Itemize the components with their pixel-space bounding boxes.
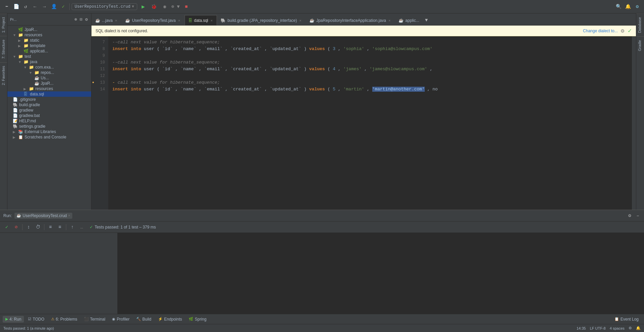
run-tool-rerun[interactable]: ✓ xyxy=(3,223,11,231)
coverage-button[interactable]: ◉ xyxy=(160,2,169,11)
tree-item-template[interactable]: ▶ 📁 template xyxy=(7,43,91,48)
tree-icon-collapse[interactable]: ⊟ xyxy=(79,16,83,23)
tree-item-datasql[interactable]: 🗄 data.sql xyxy=(7,91,91,97)
tab-applic[interactable]: ☕ applic... xyxy=(395,15,423,25)
tab-buildgradle[interactable]: 🐘 build.gradle (JPA_repository_interface… xyxy=(217,15,306,25)
code-editor[interactable]: 7 8 9 10 11 12 13 14 --call next value f… xyxy=(91,36,636,210)
tree-item-helpmd[interactable]: 📝 HELP.md xyxy=(7,118,91,124)
tree-item-scratches[interactable]: ▶ 📋 Scratches and Console xyxy=(7,134,91,140)
run-tool-expand-all[interactable]: ≡ xyxy=(46,223,54,231)
profile-button[interactable]: ⊕ ▼ xyxy=(171,2,180,11)
dialect-settings-icon[interactable]: ⚙ xyxy=(620,28,625,34)
favorites-panel-label[interactable]: 2: Favorites xyxy=(0,62,7,88)
run-config-selector[interactable]: UserRepositoryTest.crud ▼ xyxy=(72,3,137,10)
tree-item-label: template xyxy=(30,43,45,48)
tree-icon-add[interactable]: ⊕ xyxy=(74,16,78,23)
structure-panel-label[interactable]: 7: Structure xyxy=(0,36,7,62)
tree-item-ext-libs[interactable]: ▶ 📚 External Libraries xyxy=(7,129,91,134)
bottom-tab-eventlog[interactable]: 📋 Event Log xyxy=(612,316,641,323)
tree-item-gradlewbat[interactable]: 📄 gradlew.bat xyxy=(7,113,91,118)
toolbar-nav-forward[interactable]: → xyxy=(40,3,48,11)
tab-java-prev[interactable]: ☕ ...java × xyxy=(91,15,121,25)
tree-item-jpar[interactable]: ☕ JpaR... xyxy=(7,81,91,86)
profiler-tab-icon: ◉ xyxy=(112,317,115,321)
dialect-check-icon[interactable]: ✓ xyxy=(628,28,632,34)
tree-item-resources-2[interactable]: ▶ 📁 resources xyxy=(7,86,91,91)
status-bar-notif[interactable]: 🔔 xyxy=(636,326,641,330)
project-panel-label[interactable]: 1: Project xyxy=(0,13,7,36)
bottom-tab-spring[interactable]: 🌿 Spring xyxy=(186,316,209,323)
status-bar-encoding: LF UTF-8 xyxy=(590,326,606,330)
tab-datasql[interactable]: 🗄 data.sql × xyxy=(185,15,217,25)
tree-item-resources-1[interactable]: ▼ 📁 resources xyxy=(7,32,91,38)
tree-item-build-gradle[interactable]: 🐘 build.gradle xyxy=(7,102,91,108)
tab-close[interactable]: × xyxy=(299,18,302,23)
tree-icon-gear[interactable]: ⚙ xyxy=(84,16,88,23)
toolbar-nav-back[interactable]: ← xyxy=(31,3,39,11)
toolbar-git[interactable]: ✓ xyxy=(59,3,67,11)
tree-item-com[interactable]: ▼ 📁 com.exa... xyxy=(7,65,91,70)
dialect-change-link[interactable]: Change dialect to... xyxy=(583,29,618,33)
notifications-icon[interactable]: 🔔 xyxy=(624,3,632,11)
run-tool-collapse-all[interactable]: ≡ xyxy=(56,223,64,231)
tab-userrepotest[interactable]: ☕ UserRepositoryTest.java × xyxy=(121,15,185,25)
tree-item-application[interactable]: 🌿 applicati... xyxy=(7,48,91,54)
database-panel-label[interactable]: Database xyxy=(636,13,644,36)
run-tool-sort-dur[interactable]: ⏱ xyxy=(34,223,42,231)
toolbar-icon-file[interactable]: 📄 xyxy=(12,3,20,11)
tree-item-gitignore[interactable]: 📄 .gitignore xyxy=(7,97,91,102)
tree-item-repos[interactable]: ▼ 📁 repos... xyxy=(7,70,91,75)
run-tool-stop[interactable]: ⊘ xyxy=(12,223,20,231)
debug-button[interactable]: 🐞 xyxy=(149,2,159,11)
gradle-panel-label[interactable]: Gradle xyxy=(636,36,644,54)
run-tool-prev-fail[interactable]: ↑ xyxy=(68,223,76,231)
tab-close[interactable]: × xyxy=(388,18,391,23)
run-panel-minimize[interactable]: – xyxy=(635,212,641,219)
test-tree[interactable] xyxy=(0,233,118,314)
run-tab-userrepotest[interactable]: ☕ UserRepositoryTest.crud × xyxy=(14,213,72,219)
status-bar-git-icon[interactable]: ⚙ xyxy=(629,326,632,330)
indicator-dot: - xyxy=(112,80,115,85)
file-icon: 📄 xyxy=(13,97,18,102)
tab-overflow[interactable]: ▼ xyxy=(423,15,430,25)
run-button[interactable]: ▶ xyxy=(139,2,148,11)
test-output xyxy=(118,233,644,314)
tab-close[interactable]: × xyxy=(114,18,118,23)
editor-scrollbar[interactable] xyxy=(632,36,636,210)
tree-item-settings-gradle[interactable]: 🐘 settings.gradle xyxy=(7,124,91,129)
tab-close[interactable]: × xyxy=(210,18,213,23)
test-results xyxy=(0,233,644,314)
bottom-tab-todo[interactable]: ☑ TODO xyxy=(25,316,47,323)
toolbar-user[interactable]: 👤 xyxy=(50,3,58,11)
bottom-tab-build[interactable]: 🔨 Build xyxy=(134,316,154,323)
toolbar-icon-back[interactable]: ⬅ xyxy=(3,3,11,11)
toolbar-icon-refresh[interactable]: ↺ xyxy=(22,3,30,11)
run-panel-settings[interactable]: ⚙ xyxy=(627,212,632,219)
tree-item-java[interactable]: ▼ 📁 java xyxy=(7,59,91,65)
bottom-tab-label: Endpoints xyxy=(164,317,182,322)
tree-item-static[interactable]: ▶ 📁 static xyxy=(7,38,91,43)
tab-jpaapp[interactable]: ☕ JpaRepositoryInterfaceApplication.java… xyxy=(306,15,395,25)
tree-item-test[interactable]: ▼ 📁 test xyxy=(7,54,91,59)
stop-button[interactable]: ■ xyxy=(182,2,191,11)
line-numbers: 7 8 9 10 11 12 13 14 xyxy=(91,36,108,210)
settings-icon[interactable]: ⚙ xyxy=(633,3,641,11)
tree-arrow-static: ▶ xyxy=(18,39,24,42)
run-tool-sort-alpha[interactable]: ↕ xyxy=(25,223,33,231)
bottom-tab-problems[interactable]: ⚠ 6: Problems xyxy=(48,316,80,323)
code-content[interactable]: --call next value for hibernate_sequence… xyxy=(108,36,632,210)
run-tool-next-fail[interactable]: … xyxy=(78,223,86,231)
bottom-tab-terminal[interactable]: ⬛ Terminal xyxy=(81,316,108,323)
search-icon[interactable]: 🔍 xyxy=(614,3,622,11)
tree-item-jpar-top[interactable]: 🌿 JpaR... xyxy=(7,27,91,32)
bottom-tab-profiler[interactable]: ◉ Profiler xyxy=(109,316,132,323)
tab-close[interactable]: × xyxy=(178,18,181,23)
bottom-tab-endpoints[interactable]: ⚡ Endpoints xyxy=(155,316,185,323)
bottom-tab-run[interactable]: ▶ 4: Run xyxy=(3,316,24,323)
tree-arrow-ext: ▶ xyxy=(13,130,18,134)
tree-item-gradlew[interactable]: 📄 gradlew xyxy=(7,108,91,113)
run-tab-close[interactable]: × xyxy=(68,214,70,217)
tree-item-us[interactable]: ☕ Us... xyxy=(7,75,91,81)
code-keyword-insert: insert xyxy=(112,46,128,51)
bottom-tabs-bar: ▶ 4: Run ☑ TODO ⚠ 6: Problems ⬛ Terminal… xyxy=(0,314,644,324)
